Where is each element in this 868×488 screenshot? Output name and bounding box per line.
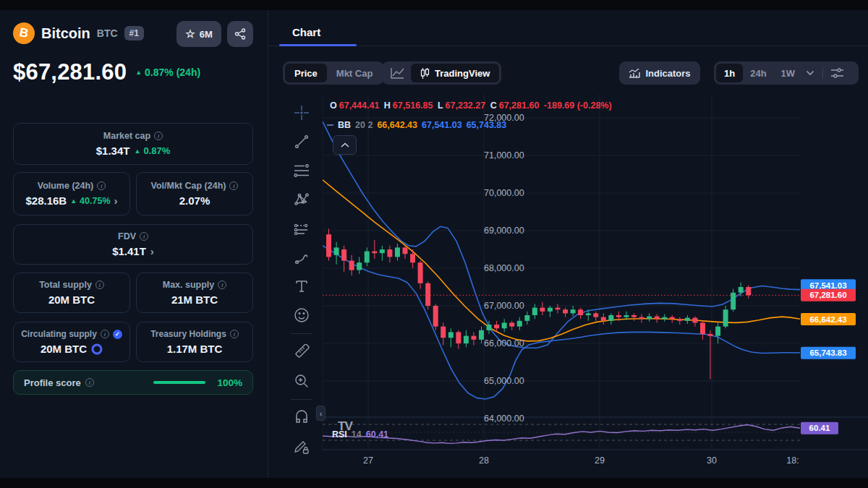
max-supply-value: 21M BTC <box>171 294 218 306</box>
measure-tool[interactable] <box>288 338 315 367</box>
coin-name: Bitcoin <box>41 25 90 42</box>
watchlist-button[interactable]: ☆ 6M <box>176 21 221 47</box>
rsi-line <box>323 425 800 444</box>
svg-text:67,000.00: 67,000.00 <box>484 301 524 311</box>
legend-collapse-button[interactable] <box>333 135 357 155</box>
zoom-in-icon <box>294 373 310 389</box>
chevron-right-icon[interactable]: › <box>114 194 118 207</box>
circulating-supply-card[interactable]: Circulating supply i ✓ 20M BTC <box>13 322 130 362</box>
timeframe-1w[interactable]: 1W <box>774 64 803 82</box>
bb-label: BB <box>338 120 351 130</box>
ohlc-legend: O67,444.41 H67,516.85 L67,232.27 C67,281… <box>330 100 614 111</box>
timeframe-1h[interactable]: 1h <box>716 64 743 82</box>
tradingview-label: TradingView <box>435 68 490 79</box>
info-icon[interactable]: i <box>230 330 239 338</box>
active-tab-underline <box>279 44 357 46</box>
market-cap-card[interactable]: Market cap i $1.34T ▲ 0.87% <box>13 123 253 165</box>
vol-mkt-cap-card[interactable]: Vol/Mkt Cap (24h) i 2.07% <box>136 172 253 215</box>
share-button[interactable] <box>227 21 253 47</box>
bb-upper-value: 67,541.03 <box>422 120 462 130</box>
svg-text:65,000.00: 65,000.00 <box>484 376 524 386</box>
crosshair-tool[interactable] <box>288 98 315 127</box>
xabcd-pattern-icon <box>294 192 310 207</box>
total-supply-card[interactable]: Total supply i 20M BTC <box>13 273 130 313</box>
trend-line-tool[interactable] <box>288 127 315 156</box>
coin-price: $67,281.60 <box>13 59 127 85</box>
indicators-label: Indicators <box>645 68 690 79</box>
high-value: 67,516.85 <box>393 100 433 111</box>
max-supply-label-row: Max. supply i <box>163 280 227 290</box>
candlestick-chart-icon <box>420 68 430 79</box>
rsi-value: 60.41 <box>366 429 388 440</box>
chart-area: 72,000.0071,000.0070,000.0069,000.0068,0… <box>268 94 868 478</box>
line-chart-toggle[interactable] <box>384 67 411 79</box>
max-supply-card[interactable]: Max. supply i 21M BTC <box>136 273 253 313</box>
zoom-in-tool[interactable] <box>288 367 315 395</box>
total-supply-value: 20M BTC <box>48 294 95 306</box>
info-icon[interactable]: i <box>140 232 148 241</box>
profile-score-bar <box>153 381 205 384</box>
crypto-dashboard-page: B Bitcoin BTC #1 ☆ 6M $67,281.60 <box>0 0 868 488</box>
chevron-up-icon <box>341 142 349 147</box>
circulating-supply-label: Circulating supply <box>21 329 97 339</box>
info-icon[interactable]: i <box>229 181 238 190</box>
price-chart-canvas[interactable]: 72,000.0071,000.0070,000.0069,000.0068,0… <box>323 94 868 477</box>
ruler-icon <box>294 344 310 360</box>
tradingview-toggle[interactable]: TradingView <box>411 64 499 82</box>
close-label: C <box>490 100 497 111</box>
fib-retracement-tool[interactable] <box>288 156 315 185</box>
supply-progress-ring-icon <box>91 343 103 355</box>
chart-settings-button[interactable] <box>827 68 847 78</box>
timeframe-24h[interactable]: 24h <box>743 64 773 82</box>
change-value: -189.69 (-0.28%) <box>544 100 612 111</box>
projection-tool[interactable] <box>288 214 315 243</box>
info-icon[interactable]: i <box>218 281 226 289</box>
text-icon <box>294 278 310 294</box>
treasury-card[interactable]: Treasury Holdings i 1.17M BTC <box>136 322 253 362</box>
fdv-value-row: $1.41T › <box>112 245 154 257</box>
total-supply-label-row: Total supply i <box>39 280 104 290</box>
lock-drawings-tool[interactable] <box>288 432 315 461</box>
xabcd-pattern-tool[interactable] <box>288 185 315 214</box>
info-icon[interactable]: i <box>101 330 109 338</box>
volume-card[interactable]: Volume (24h) i $28.16B ▲ 40.75% › <box>13 172 130 215</box>
bb-params: 20 2 <box>355 120 373 130</box>
volume-value: $28.16B <box>25 194 67 207</box>
bb-color-dash-icon <box>327 124 333 126</box>
profile-score-label: Profile score <box>24 377 81 388</box>
star-icon: ☆ <box>185 27 195 40</box>
info-icon[interactable]: i <box>97 181 106 190</box>
profile-score-card[interactable]: Profile score i 100% <box>13 370 253 395</box>
profile-score-value: 100% <box>217 377 242 388</box>
volume-value-row: $28.16B ▲ 40.75% › <box>25 194 117 207</box>
toolbar-divider <box>822 67 823 79</box>
chart-type-toggle: TradingView <box>382 61 501 85</box>
tab-bar: Chart <box>268 10 868 46</box>
share-icon <box>234 28 246 40</box>
timeframe-selector: 1h 24h 1W <box>714 61 859 85</box>
info-icon[interactable]: i <box>85 378 94 387</box>
tab-chart[interactable]: Chart <box>292 26 320 38</box>
market-cap-value: $1.34T <box>96 145 130 157</box>
toolbar-divider <box>291 333 312 334</box>
market-cap-change: ▲ 0.87% <box>134 145 170 156</box>
treasury-value: 1.17M BTC <box>167 343 223 355</box>
fdv-card[interactable]: FDV i $1.41T › <box>13 224 253 265</box>
info-icon[interactable]: i <box>154 132 163 140</box>
chevron-right-icon[interactable]: › <box>150 245 154 257</box>
toggle-mkt-cap[interactable]: Mkt Cap <box>327 64 383 82</box>
info-icon[interactable]: i <box>95 281 104 289</box>
trend-line-icon <box>294 134 310 150</box>
price-mktcap-toggle: Price Mkt Cap <box>283 61 384 85</box>
chart-section: Chart Price Mkt Cap <box>268 10 868 478</box>
text-tool[interactable] <box>288 272 315 301</box>
pane-collapse-handle[interactable]: ‹ <box>316 406 326 421</box>
indicators-button[interactable]: Indicators <box>619 61 700 85</box>
sliders-icon <box>831 68 843 78</box>
magnet-tool[interactable] <box>288 403 315 432</box>
magnet-icon <box>294 410 310 426</box>
toggle-price[interactable]: Price <box>285 64 327 82</box>
timeframe-dropdown[interactable] <box>802 70 818 76</box>
brush-tool[interactable] <box>288 243 315 272</box>
emoji-tool[interactable] <box>288 301 315 330</box>
